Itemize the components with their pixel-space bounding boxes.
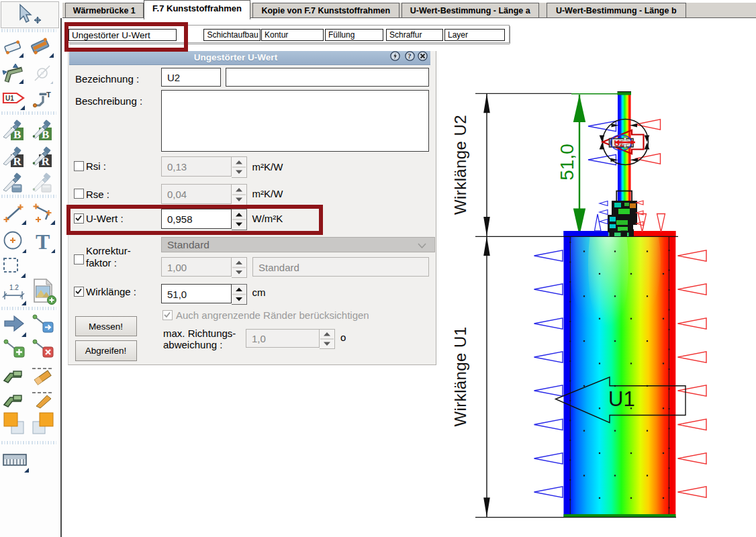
svg-text:51,0: 51,0 bbox=[557, 144, 577, 181]
svg-text:Wirklänge U2: Wirklänge U2 bbox=[451, 115, 469, 215]
svg-text:Wirklänge U1: Wirklänge U1 bbox=[451, 327, 469, 427]
svg-text:?: ? bbox=[408, 52, 411, 60]
svg-text:U1: U1 bbox=[608, 387, 635, 411]
